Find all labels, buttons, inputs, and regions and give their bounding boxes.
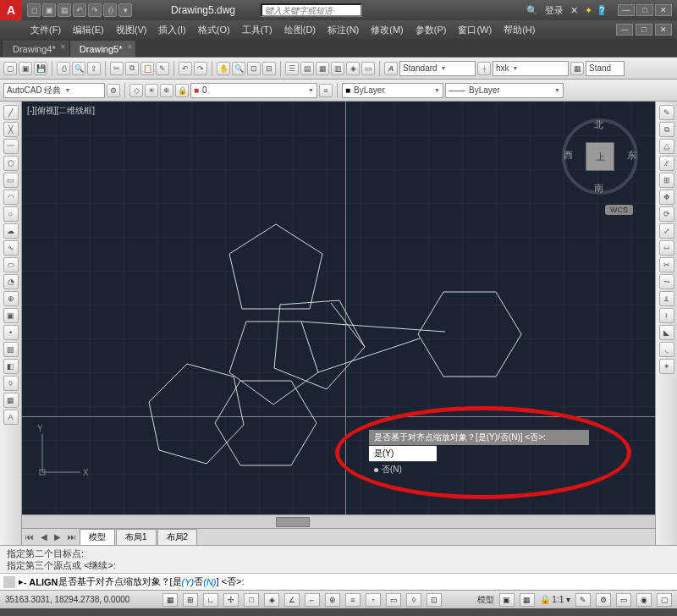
- redo-icon[interactable]: ↷: [88, 3, 102, 17]
- menu-dimension[interactable]: 标注(N): [322, 22, 364, 38]
- 3dosnap-icon[interactable]: ◈: [264, 593, 279, 607]
- spline-icon[interactable]: ∿: [3, 240, 19, 256]
- block-icon[interactable]: ▣: [3, 308, 19, 323]
- move-icon[interactable]: ✥: [659, 190, 674, 205]
- qp-icon[interactable]: ▭: [386, 593, 401, 607]
- drawing-canvas[interactable]: [-][俯视][二维线框]: [22, 102, 655, 514]
- extend-icon[interactable]: ⤳: [659, 274, 674, 289]
- hardware-icon[interactable]: ▭: [616, 593, 631, 607]
- open-icon[interactable]: ▣: [42, 3, 56, 17]
- snap-icon[interactable]: ▦: [162, 593, 178, 607]
- grid-icon[interactable]: ⊞: [183, 593, 198, 607]
- otrack-icon[interactable]: ∠: [284, 593, 300, 607]
- arc-icon[interactable]: ◠: [3, 190, 19, 205]
- circle-icon[interactable]: ○: [3, 206, 19, 222]
- tpy-icon[interactable]: ▫: [366, 593, 381, 607]
- dim-style-combo[interactable]: hxk▼: [493, 61, 569, 76]
- dyn-icon[interactable]: ⊕: [325, 593, 340, 607]
- save-icon[interactable]: ▤: [58, 3, 71, 17]
- undo-icon[interactable]: ↶: [73, 3, 86, 17]
- chamfer-icon[interactable]: ◣: [659, 325, 674, 340]
- tablestyle-icon[interactable]: ▦: [570, 62, 584, 75]
- ellipse-icon[interactable]: ⬭: [3, 257, 19, 272]
- layout-icon[interactable]: ▣: [499, 593, 515, 607]
- osnap-icon[interactable]: □: [244, 593, 259, 607]
- zoom-prev-icon[interactable]: ⊟: [262, 62, 276, 75]
- zoom-icon[interactable]: 🔍: [232, 62, 245, 75]
- am-icon[interactable]: ⊡: [427, 593, 442, 607]
- table-style-combo[interactable]: Stand: [586, 61, 625, 76]
- array-icon[interactable]: ⊞: [659, 173, 674, 188]
- designcenter-icon[interactable]: ▤: [300, 62, 314, 75]
- doc-maximize-button[interactable]: □: [636, 24, 652, 36]
- close-button[interactable]: ✕: [655, 4, 672, 16]
- trim-icon[interactable]: ✂: [659, 257, 674, 272]
- save-icon[interactable]: 💾: [34, 62, 47, 75]
- region-icon[interactable]: ◊: [3, 376, 19, 391]
- rectangle-icon[interactable]: ▭: [3, 173, 19, 188]
- table-icon[interactable]: ▦: [3, 393, 19, 408]
- print-icon[interactable]: ⎙: [103, 3, 117, 17]
- maximize-button[interactable]: □: [636, 4, 653, 16]
- layer-combo[interactable]: ■ 0 ▼: [190, 83, 317, 98]
- qv-icon[interactable]: ▦: [520, 593, 535, 607]
- tab-drawing4[interactable]: Drawing4*✕: [3, 41, 69, 57]
- linetype-combo[interactable]: —— ByLayer▼: [445, 83, 564, 98]
- ws-switch-icon[interactable]: ⚙: [596, 593, 611, 607]
- color-combo[interactable]: ■ ByLayer▼: [342, 83, 443, 98]
- ortho-icon[interactable]: ∟: [203, 593, 218, 607]
- menu-file[interactable]: 文件(F): [25, 22, 66, 38]
- viewcube[interactable]: 上 北 南 东 西: [562, 118, 638, 195]
- fillet-icon[interactable]: ◟: [659, 342, 674, 357]
- gear-icon[interactable]: ⚙: [107, 84, 120, 97]
- match-icon[interactable]: ✎: [156, 62, 169, 75]
- scale-icon[interactable]: ⤢: [659, 223, 674, 239]
- zoom-window-icon[interactable]: ⊡: [247, 62, 261, 75]
- command-handle-icon[interactable]: [3, 576, 15, 588]
- ellipse-arc-icon[interactable]: ◔: [3, 274, 19, 289]
- cut-icon[interactable]: ✂: [110, 62, 124, 75]
- app-logo[interactable]: A: [0, 0, 22, 20]
- layout2-tab[interactable]: 布局2: [157, 529, 198, 546]
- hatch-icon[interactable]: ▨: [3, 342, 19, 357]
- menu-window[interactable]: 窗口(W): [453, 22, 497, 38]
- anno-scale[interactable]: 🔒 1:1 ▾: [540, 595, 570, 604]
- redo-icon[interactable]: ↷: [194, 62, 207, 75]
- doc-minimize-button[interactable]: —: [616, 24, 633, 36]
- wcs-badge[interactable]: WCS: [605, 205, 633, 215]
- sheet-set-icon[interactable]: ▥: [331, 62, 344, 75]
- plot-icon[interactable]: ⎙: [57, 62, 70, 75]
- sun-icon[interactable]: ☀: [145, 84, 158, 97]
- lock-icon[interactable]: ✦: [585, 5, 592, 16]
- viewcube-top[interactable]: 上: [586, 142, 614, 171]
- paste-icon[interactable]: 📋: [140, 62, 154, 75]
- tab-nav-next-icon[interactable]: ▶: [51, 531, 64, 543]
- close-icon[interactable]: ✕: [60, 43, 66, 51]
- menu-draw[interactable]: 绘图(D): [279, 22, 321, 38]
- calc-icon[interactable]: ▭: [361, 62, 375, 75]
- layer-icon[interactable]: ◇: [129, 84, 143, 97]
- tab-nav-first-icon[interactable]: ⏮: [22, 531, 37, 543]
- menu-view[interactable]: 视图(V): [111, 22, 152, 38]
- textstyle-icon[interactable]: A: [384, 62, 398, 75]
- pline-icon[interactable]: 〰: [3, 139, 19, 154]
- copy-icon[interactable]: ⧉: [125, 62, 139, 75]
- dimstyle-icon[interactable]: ⟊: [477, 62, 491, 75]
- model-tab[interactable]: 模型: [80, 529, 115, 546]
- lwt-icon[interactable]: ≡: [345, 593, 361, 607]
- new-icon[interactable]: ◻: [27, 3, 41, 17]
- workspace-combo[interactable]: AutoCAD 经典▼: [3, 83, 105, 98]
- explode-icon[interactable]: ✶: [659, 359, 674, 374]
- help-icon[interactable]: ?: [599, 5, 604, 15]
- menu-modify[interactable]: 修改(M): [366, 22, 409, 38]
- mtext-icon[interactable]: A: [3, 410, 19, 425]
- revcloud-icon[interactable]: ☁: [3, 223, 19, 239]
- layer-state-icon[interactable]: ≡: [319, 84, 333, 97]
- mirror-icon[interactable]: ⧋: [659, 139, 674, 154]
- properties-icon[interactable]: ☰: [285, 62, 299, 75]
- line-icon[interactable]: ╱: [3, 105, 19, 120]
- search-input[interactable]: [261, 3, 362, 17]
- tool-palette-icon[interactable]: ▦: [316, 62, 329, 75]
- rotate-icon[interactable]: ⟳: [659, 206, 674, 222]
- new-icon[interactable]: ▢: [3, 62, 17, 75]
